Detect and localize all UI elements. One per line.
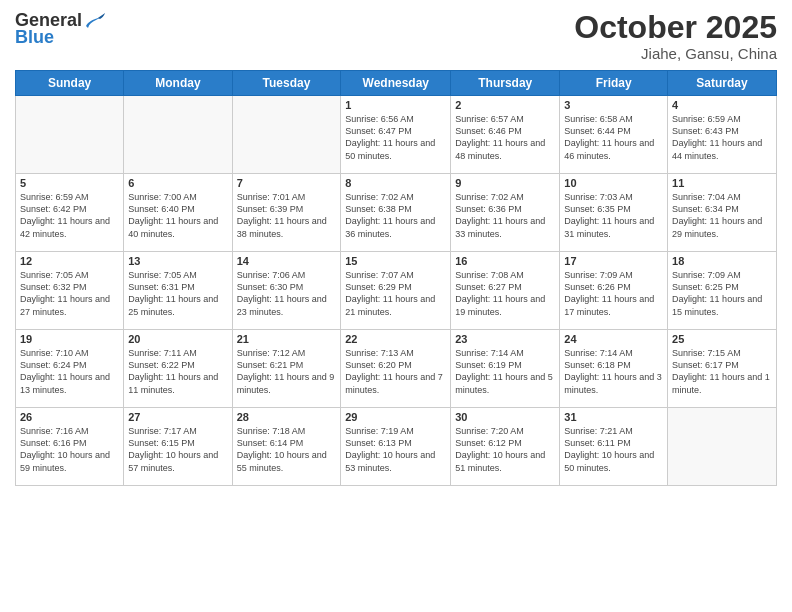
- day-info: Sunrise: 7:02 AM Sunset: 6:36 PM Dayligh…: [455, 191, 555, 240]
- day-number: 9: [455, 177, 555, 189]
- day-number: 24: [564, 333, 663, 345]
- day-info: Sunrise: 7:04 AM Sunset: 6:34 PM Dayligh…: [672, 191, 772, 240]
- day-number: 19: [20, 333, 119, 345]
- calendar-cell: 20Sunrise: 7:11 AM Sunset: 6:22 PM Dayli…: [124, 330, 232, 408]
- day-number: 3: [564, 99, 663, 111]
- calendar-cell: 1Sunrise: 6:56 AM Sunset: 6:47 PM Daylig…: [341, 96, 451, 174]
- header: General Blue October 2025 Jiahe, Gansu, …: [15, 10, 777, 62]
- day-number: 13: [128, 255, 227, 267]
- month-title: October 2025: [574, 10, 777, 45]
- calendar-header-row: Sunday Monday Tuesday Wednesday Thursday…: [16, 71, 777, 96]
- col-sunday: Sunday: [16, 71, 124, 96]
- day-number: 20: [128, 333, 227, 345]
- calendar-cell: [668, 408, 777, 486]
- day-info: Sunrise: 7:00 AM Sunset: 6:40 PM Dayligh…: [128, 191, 227, 240]
- day-number: 22: [345, 333, 446, 345]
- calendar-cell: 12Sunrise: 7:05 AM Sunset: 6:32 PM Dayli…: [16, 252, 124, 330]
- day-info: Sunrise: 7:20 AM Sunset: 6:12 PM Dayligh…: [455, 425, 555, 474]
- day-info: Sunrise: 7:09 AM Sunset: 6:25 PM Dayligh…: [672, 269, 772, 318]
- day-info: Sunrise: 7:01 AM Sunset: 6:39 PM Dayligh…: [237, 191, 337, 240]
- day-number: 17: [564, 255, 663, 267]
- calendar-cell: [16, 96, 124, 174]
- calendar-cell: [232, 96, 341, 174]
- day-number: 25: [672, 333, 772, 345]
- day-number: 29: [345, 411, 446, 423]
- day-number: 26: [20, 411, 119, 423]
- calendar-cell: 8Sunrise: 7:02 AM Sunset: 6:38 PM Daylig…: [341, 174, 451, 252]
- logo-text-blue: Blue: [15, 28, 54, 46]
- calendar-cell: 19Sunrise: 7:10 AM Sunset: 6:24 PM Dayli…: [16, 330, 124, 408]
- day-info: Sunrise: 7:09 AM Sunset: 6:26 PM Dayligh…: [564, 269, 663, 318]
- calendar-cell: 11Sunrise: 7:04 AM Sunset: 6:34 PM Dayli…: [668, 174, 777, 252]
- day-info: Sunrise: 7:14 AM Sunset: 6:19 PM Dayligh…: [455, 347, 555, 396]
- day-number: 10: [564, 177, 663, 189]
- calendar-cell: 24Sunrise: 7:14 AM Sunset: 6:18 PM Dayli…: [560, 330, 668, 408]
- day-info: Sunrise: 7:08 AM Sunset: 6:27 PM Dayligh…: [455, 269, 555, 318]
- calendar-cell: 14Sunrise: 7:06 AM Sunset: 6:30 PM Dayli…: [232, 252, 341, 330]
- day-info: Sunrise: 7:05 AM Sunset: 6:31 PM Dayligh…: [128, 269, 227, 318]
- day-info: Sunrise: 6:59 AM Sunset: 6:42 PM Dayligh…: [20, 191, 119, 240]
- calendar-cell: 2Sunrise: 6:57 AM Sunset: 6:46 PM Daylig…: [451, 96, 560, 174]
- calendar-cell: 17Sunrise: 7:09 AM Sunset: 6:26 PM Dayli…: [560, 252, 668, 330]
- location: Jiahe, Gansu, China: [574, 45, 777, 62]
- calendar-cell: 23Sunrise: 7:14 AM Sunset: 6:19 PM Dayli…: [451, 330, 560, 408]
- day-number: 18: [672, 255, 772, 267]
- calendar-cell: 13Sunrise: 7:05 AM Sunset: 6:31 PM Dayli…: [124, 252, 232, 330]
- day-info: Sunrise: 6:58 AM Sunset: 6:44 PM Dayligh…: [564, 113, 663, 162]
- day-number: 28: [237, 411, 337, 423]
- calendar-cell: 6Sunrise: 7:00 AM Sunset: 6:40 PM Daylig…: [124, 174, 232, 252]
- day-info: Sunrise: 7:21 AM Sunset: 6:11 PM Dayligh…: [564, 425, 663, 474]
- day-number: 11: [672, 177, 772, 189]
- calendar-cell: 15Sunrise: 7:07 AM Sunset: 6:29 PM Dayli…: [341, 252, 451, 330]
- day-info: Sunrise: 7:07 AM Sunset: 6:29 PM Dayligh…: [345, 269, 446, 318]
- calendar-cell: 4Sunrise: 6:59 AM Sunset: 6:43 PM Daylig…: [668, 96, 777, 174]
- calendar-week-4: 26Sunrise: 7:16 AM Sunset: 6:16 PM Dayli…: [16, 408, 777, 486]
- day-info: Sunrise: 7:15 AM Sunset: 6:17 PM Dayligh…: [672, 347, 772, 396]
- calendar-cell: 7Sunrise: 7:01 AM Sunset: 6:39 PM Daylig…: [232, 174, 341, 252]
- calendar-cell: 22Sunrise: 7:13 AM Sunset: 6:20 PM Dayli…: [341, 330, 451, 408]
- day-number: 16: [455, 255, 555, 267]
- title-block: October 2025 Jiahe, Gansu, China: [574, 10, 777, 62]
- col-saturday: Saturday: [668, 71, 777, 96]
- calendar-cell: 18Sunrise: 7:09 AM Sunset: 6:25 PM Dayli…: [668, 252, 777, 330]
- calendar-week-1: 5Sunrise: 6:59 AM Sunset: 6:42 PM Daylig…: [16, 174, 777, 252]
- calendar: Sunday Monday Tuesday Wednesday Thursday…: [15, 70, 777, 486]
- day-number: 7: [237, 177, 337, 189]
- day-number: 23: [455, 333, 555, 345]
- calendar-week-3: 19Sunrise: 7:10 AM Sunset: 6:24 PM Dayli…: [16, 330, 777, 408]
- day-info: Sunrise: 7:03 AM Sunset: 6:35 PM Dayligh…: [564, 191, 663, 240]
- day-info: Sunrise: 6:57 AM Sunset: 6:46 PM Dayligh…: [455, 113, 555, 162]
- day-number: 31: [564, 411, 663, 423]
- day-info: Sunrise: 7:06 AM Sunset: 6:30 PM Dayligh…: [237, 269, 337, 318]
- day-number: 6: [128, 177, 227, 189]
- day-number: 27: [128, 411, 227, 423]
- day-info: Sunrise: 6:56 AM Sunset: 6:47 PM Dayligh…: [345, 113, 446, 162]
- day-info: Sunrise: 7:11 AM Sunset: 6:22 PM Dayligh…: [128, 347, 227, 396]
- day-info: Sunrise: 7:18 AM Sunset: 6:14 PM Dayligh…: [237, 425, 337, 474]
- day-info: Sunrise: 6:59 AM Sunset: 6:43 PM Dayligh…: [672, 113, 772, 162]
- calendar-cell: 9Sunrise: 7:02 AM Sunset: 6:36 PM Daylig…: [451, 174, 560, 252]
- calendar-cell: 28Sunrise: 7:18 AM Sunset: 6:14 PM Dayli…: [232, 408, 341, 486]
- day-info: Sunrise: 7:14 AM Sunset: 6:18 PM Dayligh…: [564, 347, 663, 396]
- day-number: 4: [672, 99, 772, 111]
- page: General Blue October 2025 Jiahe, Gansu, …: [0, 0, 792, 612]
- calendar-cell: 16Sunrise: 7:08 AM Sunset: 6:27 PM Dayli…: [451, 252, 560, 330]
- calendar-cell: 5Sunrise: 6:59 AM Sunset: 6:42 PM Daylig…: [16, 174, 124, 252]
- calendar-cell: 29Sunrise: 7:19 AM Sunset: 6:13 PM Dayli…: [341, 408, 451, 486]
- calendar-cell: 30Sunrise: 7:20 AM Sunset: 6:12 PM Dayli…: [451, 408, 560, 486]
- calendar-cell: [124, 96, 232, 174]
- day-number: 15: [345, 255, 446, 267]
- day-info: Sunrise: 7:16 AM Sunset: 6:16 PM Dayligh…: [20, 425, 119, 474]
- calendar-cell: 21Sunrise: 7:12 AM Sunset: 6:21 PM Dayli…: [232, 330, 341, 408]
- day-info: Sunrise: 7:13 AM Sunset: 6:20 PM Dayligh…: [345, 347, 446, 396]
- day-info: Sunrise: 7:12 AM Sunset: 6:21 PM Dayligh…: [237, 347, 337, 396]
- calendar-cell: 3Sunrise: 6:58 AM Sunset: 6:44 PM Daylig…: [560, 96, 668, 174]
- day-info: Sunrise: 7:19 AM Sunset: 6:13 PM Dayligh…: [345, 425, 446, 474]
- calendar-cell: 31Sunrise: 7:21 AM Sunset: 6:11 PM Dayli…: [560, 408, 668, 486]
- day-info: Sunrise: 7:17 AM Sunset: 6:15 PM Dayligh…: [128, 425, 227, 474]
- day-number: 1: [345, 99, 446, 111]
- calendar-cell: 10Sunrise: 7:03 AM Sunset: 6:35 PM Dayli…: [560, 174, 668, 252]
- day-number: 14: [237, 255, 337, 267]
- day-info: Sunrise: 7:10 AM Sunset: 6:24 PM Dayligh…: [20, 347, 119, 396]
- calendar-cell: 25Sunrise: 7:15 AM Sunset: 6:17 PM Dayli…: [668, 330, 777, 408]
